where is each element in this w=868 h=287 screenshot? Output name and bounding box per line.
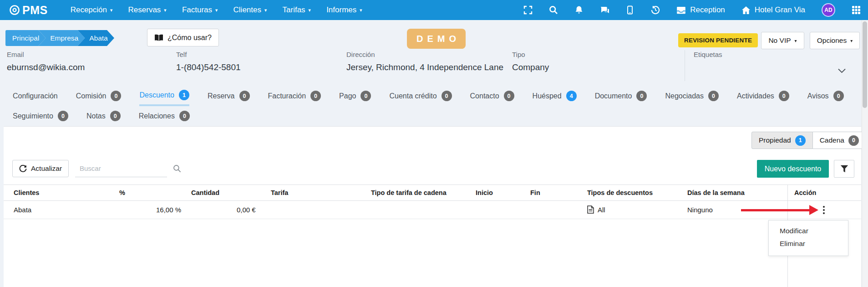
bell-icon[interactable] [574,5,584,15]
vip-dropdown[interactable]: No VIP ▾ [761,32,804,49]
filter-button[interactable] [834,160,854,178]
table-header-cell: Tipo de tarifa de cadena [371,189,447,196]
cell-cantidad: 0,00 € [237,206,256,214]
opciones-dropdown[interactable]: Opciones ▾ [810,32,860,49]
info-field-label: Telf [176,51,241,58]
tab[interactable]: Documento 0 [595,90,647,106]
tab-count-badge: 0 [779,91,789,101]
nav-menu-item[interactable]: Recepción ▾ [71,5,113,15]
tab-count-badge: 0 [110,111,121,121]
nav-menu-item[interactable]: Informes ▾ [326,5,362,15]
etiquetas-label: Etiquetas [694,51,722,58]
history-icon[interactable] [651,5,660,15]
tab-count-badge: 0 [179,111,190,121]
table-row: Abata 16,00 % 0,00 € All Ninguno [4,201,861,219]
tab[interactable]: Huésped 4 [533,90,577,106]
table-header-cell: Tipos de descuentos [587,189,653,196]
descuento-panel: Propiedad 1 Cadena 0 Actualizar Nuevo de… [4,126,861,287]
caret-down-icon: ▾ [164,7,167,13]
nav-menu-item[interactable]: Tarifas ▾ [283,5,311,15]
tab-label: Reserva [208,92,235,100]
action-menu-item[interactable]: Eliminar [769,237,848,250]
chat-icon[interactable] [600,5,609,15]
top-navbar: PMS Recepción ▾ Reservas ▾ Facturas ▾ Cl… [0,0,868,20]
scope-button[interactable]: Propiedad 1 [751,132,813,149]
tab[interactable]: Negociadas 0 [665,90,719,106]
scope-label: Cadena [820,136,844,144]
tab[interactable]: Relaciones 0 [139,111,190,125]
tab-label: Huésped [533,92,562,100]
scope-button[interactable]: Cadena 0 [812,132,866,149]
user-avatar[interactable]: AD [822,3,835,17]
apps-grid-icon[interactable] [852,5,861,15]
tab-label: Cuenta crédito [389,92,437,100]
cell-porcentaje: 16,00 % [156,206,181,214]
tab-label: Actividades [737,92,774,100]
tab[interactable]: Notas 0 [86,111,121,125]
info-field-label: Tipo [512,51,549,58]
tab[interactable]: Actividades 0 [737,90,789,106]
tab[interactable]: Seguimiento 0 [13,111,68,125]
etiquetas-divider [685,50,685,81]
search-input[interactable] [75,164,173,172]
tab[interactable]: Reserva 0 [208,90,250,106]
tab-label: Contacto [470,92,499,100]
row-actions-kebab-icon[interactable] [821,205,827,215]
action-menu-item[interactable]: Modificar [769,225,848,237]
how-to-use-label: ¿Cómo usar? [168,34,212,42]
tab[interactable]: Descuento 1 [139,90,189,106]
nav-menu-item[interactable]: Clientes ▾ [233,5,267,15]
inbox-icon [676,6,686,15]
tab-label: Notas [86,112,106,120]
actualizar-label: Actualizar [31,164,62,173]
breadcrumb-item[interactable]: Principal [5,30,46,46]
tab-count-badge: 1 [179,90,189,100]
nav-menu-item[interactable]: Reservas ▾ [128,5,167,15]
tab-label: Negociadas [665,92,704,100]
search-icon[interactable] [173,164,181,173]
tab-label: Configuración [13,92,58,100]
table-header-row: Clientes % Cantidad Tarifa Tipo de tarif… [4,184,861,201]
scope-label: Propiedad [759,136,791,144]
tab-label: Comisión [76,92,107,100]
refresh-icon [19,165,27,173]
tab-count-badge: 0 [833,91,844,101]
info-field-label: Dirección [346,51,503,58]
info-field-label: Email [7,51,85,58]
tablet-icon[interactable] [625,5,635,15]
hotel-switch[interactable]: Hotel Gran Via [741,5,805,15]
tab[interactable]: Facturación 0 [268,90,321,106]
actualizar-button[interactable]: Actualizar [12,160,69,177]
tab[interactable]: Avisos 0 [807,90,844,106]
how-to-use-button[interactable]: ¿Cómo usar? [147,29,219,46]
opciones-label: Opciones [817,36,847,45]
table-header-cell: Inicio [476,189,493,196]
tab-count-badge: 4 [566,91,577,101]
search-icon[interactable] [549,5,558,15]
nav-menu-item[interactable]: Facturas ▾ [182,5,218,15]
caret-down-icon: ▾ [309,7,311,13]
tab-count-badge: 0 [504,91,514,101]
tab-label: Descuento [139,91,174,99]
tab[interactable]: Contacto 0 [470,90,514,106]
tab[interactable]: Comisión 0 [76,90,122,106]
nuevo-descuento-button[interactable]: Nuevo descuento [757,160,829,178]
tab-count-badge: 0 [636,91,647,101]
table-header-cell: Fin [530,189,540,196]
reception-switch[interactable]: Reception [676,5,725,15]
info-field: Dirección Jersey, Richmond, 4 Independen… [346,51,503,72]
tab[interactable]: Cuenta crédito 0 [389,90,452,106]
table-header-cell: Clientes [14,189,39,196]
tab-label: Facturación [268,92,306,100]
tab-label: Seguimiento [13,112,53,120]
tab[interactable]: Configuración [13,90,58,106]
app-logo[interactable]: PMS [9,4,48,17]
tab[interactable]: Pago 0 [339,90,371,106]
page-scrollbar-thumb[interactable] [863,21,867,108]
funnel-icon [840,165,848,173]
fullscreen-icon[interactable] [523,5,533,15]
scope-toggle: Propiedad 1 Cadena 0 [751,132,866,149]
info-field: Tipo Company [512,51,549,72]
chevron-down-icon[interactable] [838,68,846,73]
pms-logo-icon [9,5,20,15]
